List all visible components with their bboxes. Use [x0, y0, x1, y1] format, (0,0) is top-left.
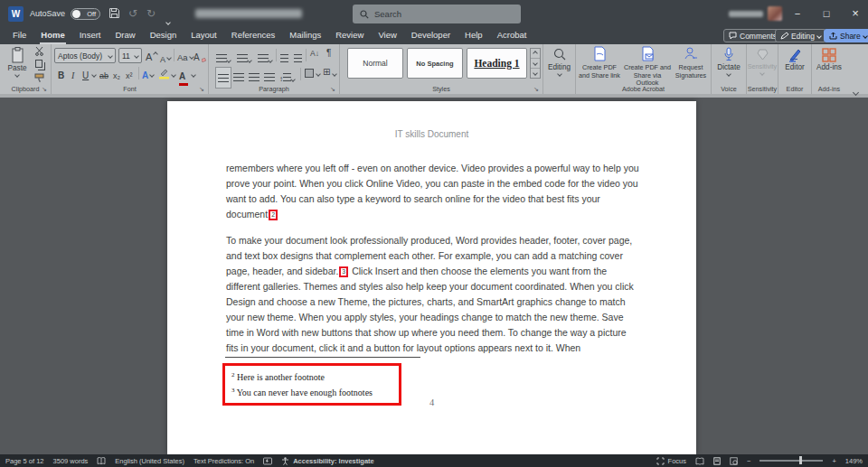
- dictate-button[interactable]: Dictate: [712, 47, 746, 76]
- close-button[interactable]: ×: [844, 0, 867, 27]
- paragraph-dialog-launcher-icon[interactable]: ↘: [330, 86, 337, 93]
- tab-help[interactable]: Help: [458, 27, 490, 44]
- style-heading-1[interactable]: Heading 1: [467, 48, 527, 79]
- document-canvas[interactable]: IT skills Document remembers where you l…: [0, 101, 868, 454]
- italic-button[interactable]: I: [71, 67, 74, 80]
- sort-icon[interactable]: A↓: [310, 49, 319, 58]
- footnote-ref-3-annotation[interactable]: 3: [339, 266, 348, 277]
- line-spacing-icon[interactable]: ↕: [279, 69, 295, 85]
- clear-formatting-button[interactable]: A: [193, 49, 206, 62]
- editor-button[interactable]: Editor: [778, 48, 811, 71]
- tab-insert[interactable]: Insert: [72, 27, 108, 44]
- bold-button[interactable]: B: [58, 67, 64, 80]
- search-input[interactable]: Search: [353, 5, 521, 23]
- chevron-down-icon[interactable]: [332, 71, 337, 77]
- gallery-more-icon[interactable]: [531, 69, 540, 78]
- bullet-list-icon[interactable]: [216, 50, 231, 66]
- tab-file[interactable]: File: [5, 27, 33, 44]
- tab-home[interactable]: Home: [33, 27, 71, 44]
- font-size-combobox[interactable]: 11: [118, 48, 142, 63]
- tab-acrobat[interactable]: Acrobat: [490, 27, 534, 44]
- increase-indent-icon[interactable]: [294, 50, 302, 66]
- chevron-down-icon[interactable]: [171, 72, 176, 78]
- share-button[interactable]: Share: [824, 29, 868, 42]
- zoom-level[interactable]: 149%: [845, 457, 863, 465]
- collapse-ribbon-chevron-icon[interactable]: [854, 82, 858, 98]
- zoom-out-button[interactable]: −: [747, 457, 750, 465]
- cut-icon[interactable]: [34, 46, 44, 56]
- tab-review[interactable]: Review: [328, 27, 371, 44]
- page-indicator[interactable]: Page 5 of 12: [5, 457, 44, 465]
- numbered-list-icon[interactable]: [237, 50, 251, 66]
- clipboard-dialog-launcher-icon[interactable]: ↘: [42, 86, 49, 93]
- sensitivity-button[interactable]: Sensitivity: [747, 48, 778, 75]
- minimize-button[interactable]: −: [786, 0, 809, 27]
- format-painter-icon[interactable]: [34, 73, 44, 83]
- highlight-color-button[interactable]: [158, 68, 170, 79]
- chevron-down-icon[interactable]: [316, 71, 321, 77]
- gallery-down-icon[interactable]: [531, 59, 540, 69]
- language-indicator[interactable]: English (United States): [115, 457, 184, 465]
- justify-icon[interactable]: [264, 69, 275, 85]
- change-case-button[interactable]: Aa: [177, 49, 193, 62]
- accessibility-status[interactable]: Accessibility: Investigate: [281, 457, 374, 465]
- subscript-button[interactable]: x₂: [113, 67, 120, 80]
- style-no-spacing[interactable]: No Spacing: [407, 48, 463, 79]
- paste-button[interactable]: Paste: [4, 47, 31, 77]
- tab-mailings[interactable]: Mailings: [282, 27, 328, 44]
- text-effects-button[interactable]: A: [142, 67, 154, 80]
- style-normal[interactable]: Normal: [347, 48, 403, 79]
- copy-icon[interactable]: [35, 60, 42, 68]
- font-name-combobox[interactable]: Aptos (Body): [54, 48, 116, 63]
- multilevel-list-icon[interactable]: [258, 50, 272, 66]
- font-color-button[interactable]: A: [179, 67, 188, 86]
- footnote-ref-2-annotation[interactable]: 2: [269, 210, 278, 220]
- font-dialog-launcher-icon[interactable]: ↘: [199, 86, 206, 93]
- tab-layout[interactable]: Layout: [184, 27, 224, 44]
- superscript-button[interactable]: x²: [126, 67, 133, 80]
- create-pdf-share-link-button[interactable]: Create PDF and Share link: [578, 46, 621, 79]
- editing-mode-button[interactable]: Editing: [775, 29, 826, 42]
- tab-references[interactable]: References: [224, 27, 283, 44]
- avatar[interactable]: [768, 6, 782, 21]
- undo-icon[interactable]: ↺: [128, 7, 141, 20]
- chevron-down-icon[interactable]: [91, 72, 97, 78]
- create-pdf-share-outlook-button[interactable]: Create PDF and Share via Outlook: [623, 46, 672, 88]
- body-paragraph-1[interactable]: remembers where you left off - even on a…: [226, 161, 640, 222]
- text-predictions[interactable]: Text Predictions: On: [193, 457, 254, 465]
- tab-view[interactable]: View: [371, 27, 403, 44]
- grow-font-button[interactable]: A: [146, 49, 157, 62]
- print-layout-icon[interactable]: [713, 457, 721, 465]
- read-mode-icon[interactable]: [695, 457, 704, 465]
- show-hide-marks-icon[interactable]: ¶: [326, 48, 331, 58]
- align-right-icon[interactable]: [249, 69, 259, 85]
- align-center-icon[interactable]: [233, 69, 244, 85]
- autosave-toggle[interactable]: Off: [71, 8, 100, 20]
- decrease-indent-icon[interactable]: [280, 50, 288, 66]
- tab-design[interactable]: Design: [143, 27, 184, 44]
- styles-dialog-launcher-icon[interactable]: ↘: [533, 86, 541, 93]
- gallery-up-icon[interactable]: [531, 49, 540, 59]
- styles-gallery-scroll[interactable]: [530, 48, 541, 79]
- zoom-in-button[interactable]: +: [832, 457, 835, 465]
- body-paragraph-2[interactable]: To make your document look professionall…: [226, 233, 640, 356]
- restore-button[interactable]: □: [815, 0, 838, 27]
- zoom-slider[interactable]: [760, 460, 823, 462]
- shrink-font-button[interactable]: A: [160, 51, 171, 64]
- request-signatures-button[interactable]: Request Signatures: [672, 46, 710, 79]
- underline-button[interactable]: U: [82, 67, 89, 80]
- strikethrough-button[interactable]: ab: [99, 67, 108, 80]
- word-count[interactable]: 3509 words: [53, 457, 89, 465]
- redo-icon[interactable]: ↻: [146, 7, 159, 20]
- editing-button[interactable]: Editing: [543, 48, 575, 76]
- focus-mode-button[interactable]: Focus: [656, 457, 686, 465]
- shading-icon[interactable]: [305, 69, 314, 78]
- proofing-icon[interactable]: [97, 457, 106, 465]
- comments-button[interactable]: Comments: [723, 29, 782, 42]
- zoom-slider-thumb[interactable]: [799, 456, 802, 464]
- web-layout-icon[interactable]: [730, 457, 738, 465]
- tab-draw[interactable]: Draw: [108, 27, 142, 44]
- chevron-down-icon[interactable]: [191, 72, 196, 78]
- addins-button[interactable]: Add-ins: [812, 48, 846, 71]
- text-predictions-icon[interactable]: [263, 457, 272, 465]
